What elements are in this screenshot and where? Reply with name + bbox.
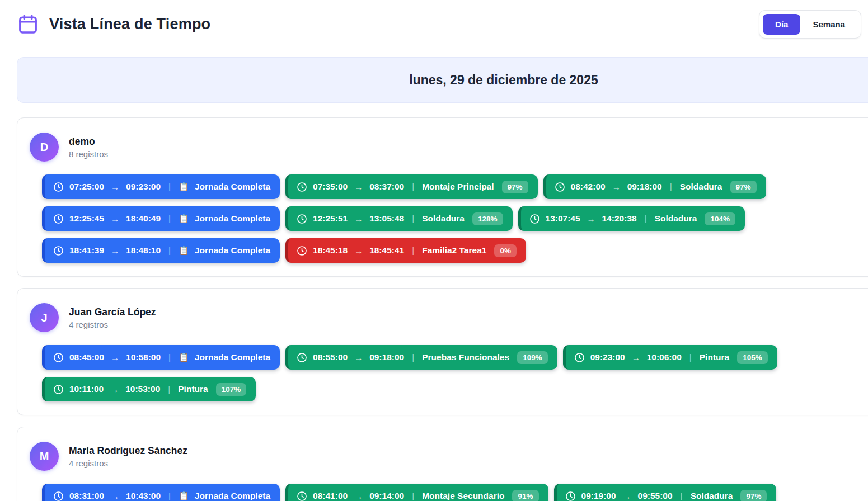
clipboard-icon: 📋 (179, 245, 189, 256)
end-time: 10:43:00 (126, 491, 161, 501)
time-entry-pill[interactable]: 12:25:51→13:05:48|Soldadura128% (285, 206, 512, 231)
timeline-row: 07:25:00→09:23:00|📋Jornada Completa07:35… (42, 174, 868, 199)
end-time: 09:18:00 (627, 182, 662, 192)
time-entry-pill[interactable]: 08:31:00→10:43:00|📋Jornada Completa (42, 484, 280, 501)
timeline-rows: 07:25:00→09:23:00|📋Jornada Completa07:35… (30, 174, 868, 263)
arrow-icon: → (110, 353, 120, 362)
time-entry-pill[interactable]: 08:41:00→09:14:00|Montaje Secundario91% (285, 484, 548, 501)
time-entry-pill[interactable]: 18:45:18→18:45:41|Familia2 Tarea10% (285, 238, 526, 263)
end-time: 08:37:00 (369, 182, 404, 192)
separator: | (668, 182, 674, 192)
separator: | (410, 352, 416, 362)
percentage-badge: 97% (740, 490, 767, 501)
arrow-icon: → (622, 491, 632, 501)
clock-icon (297, 352, 307, 363)
separator: | (410, 214, 416, 224)
user-info: demo8 registros (69, 136, 108, 159)
clock-icon (53, 245, 64, 256)
task-label: Jornada Completa (195, 245, 270, 256)
arrow-icon: → (631, 353, 641, 362)
task-label: Montaje Principal (422, 182, 494, 192)
start-time: 08:45:00 (69, 352, 104, 362)
user-records-count: 4 registros (69, 320, 156, 329)
user-card: MMaría Rodríguez Sánchez4 registros08:31… (17, 427, 868, 501)
start-time: 07:25:00 (69, 182, 104, 192)
time-entry-pill[interactable]: 09:23:00→10:06:00|Pintura105% (563, 345, 777, 370)
end-time: 09:14:00 (369, 491, 404, 501)
avatar-initial: M (40, 450, 49, 463)
separator: | (678, 491, 685, 501)
time-entry-pill[interactable]: 18:41:39→18:48:10|📋Jornada Completa (42, 238, 280, 263)
start-time: 12:25:45 (69, 214, 104, 224)
time-entry-pill[interactable]: 07:25:00→09:23:00|📋Jornada Completa (42, 174, 280, 199)
task-label: Pintura (700, 352, 729, 362)
user-info: Juan García López4 registros (69, 306, 156, 329)
time-entry-pill[interactable]: 08:42:00→09:18:00|Soldadura97% (543, 174, 766, 199)
end-time: 09:55:00 (638, 491, 673, 501)
calendar-icon (17, 13, 39, 35)
timeline-rows: 08:31:00→10:43:00|📋Jornada Completa08:41… (30, 484, 868, 501)
end-time: 18:40:49 (126, 214, 161, 224)
clipboard-icon: 📋 (179, 214, 189, 224)
task-label: Jornada Completa (195, 182, 270, 192)
clock-icon (565, 491, 576, 501)
arrow-icon: → (109, 385, 120, 394)
timeline-row: 18:41:39→18:48:10|📋Jornada Completa18:45… (42, 238, 868, 263)
end-time: 10:53:00 (125, 384, 160, 394)
task-label: Soldadura (680, 182, 722, 192)
time-entry-pill[interactable]: 10:11:00→10:53:00|Pintura107% (42, 377, 256, 401)
time-entry-pill[interactable]: 08:55:00→09:18:00|Pruebas Funcionales109… (285, 345, 557, 370)
end-time: 10:06:00 (647, 352, 682, 362)
arrow-icon: → (611, 182, 622, 192)
arrow-icon: → (353, 182, 364, 192)
time-entry-pill[interactable]: 08:45:00→10:58:00|📋Jornada Completa (42, 345, 280, 370)
end-time: 13:05:48 (369, 214, 404, 224)
separator: | (166, 352, 173, 362)
clock-icon (297, 491, 307, 501)
clock-icon (53, 182, 64, 192)
start-time: 09:19:00 (581, 491, 616, 501)
start-time: 08:42:00 (571, 182, 606, 192)
time-entry-pill[interactable]: 13:07:45→14:20:38|Soldadura104% (518, 206, 745, 231)
week-view-button[interactable]: Semana (800, 14, 857, 35)
percentage-badge: 105% (737, 351, 768, 364)
clock-icon (297, 214, 307, 224)
separator: | (410, 182, 416, 192)
day-view-button[interactable]: Día (763, 14, 800, 35)
separator: | (687, 352, 694, 362)
clock-icon (53, 214, 64, 224)
user-name: Juan García López (69, 306, 156, 318)
separator: | (166, 214, 173, 224)
task-label: Familia2 Tarea1 (422, 245, 486, 256)
arrow-icon: → (353, 246, 364, 256)
start-time: 18:41:39 (69, 245, 104, 256)
end-time: 18:48:10 (126, 245, 161, 256)
user-header: MMaría Rodríguez Sánchez4 registros (30, 442, 868, 471)
arrow-icon: → (110, 214, 120, 224)
percentage-badge: 104% (705, 212, 735, 225)
end-time: 10:58:00 (126, 352, 161, 362)
user-sections: Ddemo8 registros07:25:00→09:23:00|📋Jorna… (17, 117, 868, 501)
start-time: 08:41:00 (313, 491, 348, 501)
avatar: J (30, 303, 59, 332)
page-title: Vista Línea de Tiempo (49, 16, 210, 33)
percentage-badge: 91% (512, 490, 538, 501)
clock-icon (297, 245, 307, 256)
end-time: 09:18:00 (369, 352, 404, 362)
avatar-initial: D (40, 141, 48, 154)
time-entry-pill[interactable]: 09:19:00→09:55:00|Soldadura97% (554, 484, 777, 501)
time-entry-pill[interactable]: 12:25:45→18:40:49|📋Jornada Completa (42, 206, 280, 231)
percentage-badge: 109% (517, 351, 548, 364)
clock-icon (574, 352, 585, 363)
start-time: 18:45:18 (313, 245, 348, 256)
time-entry-pill[interactable]: 07:35:00→08:37:00|Montaje Principal97% (285, 174, 538, 199)
separator: | (166, 182, 173, 192)
user-card: JJuan García López4 registros08:45:00→10… (17, 288, 868, 415)
task-label: Soldadura (422, 214, 465, 224)
clock-icon (555, 182, 565, 192)
separator: | (166, 384, 172, 394)
clipboard-icon: 📋 (179, 491, 189, 501)
percentage-badge: 107% (216, 383, 247, 396)
separator: | (642, 214, 649, 224)
clipboard-icon: 📋 (179, 352, 189, 362)
